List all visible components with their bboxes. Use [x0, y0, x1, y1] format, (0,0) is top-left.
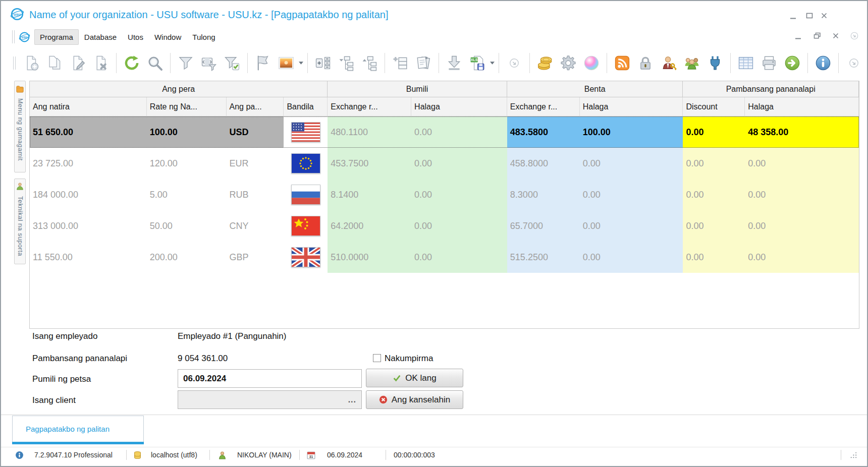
toolbar-separator — [307, 53, 308, 73]
toolbar-drag-handle-2[interactable] — [13, 56, 16, 70]
filter-confirm-icon[interactable] — [222, 51, 243, 75]
column-header[interactable]: Halaga — [745, 97, 859, 116]
image-preview-icon[interactable] — [276, 51, 297, 75]
client-input[interactable]: ... — [178, 390, 362, 409]
toolbar-drag-handle[interactable] — [12, 30, 15, 43]
confirmed-checkbox[interactable] — [373, 354, 381, 362]
tree-collapse-icon[interactable] — [359, 51, 380, 75]
cell-natira: 23 725.00 — [30, 148, 147, 179]
export-xls-dropdown-caret-icon[interactable] — [489, 62, 495, 65]
column-header[interactable]: Halaga — [411, 97, 507, 116]
cell-sell_rate: 515.2500 — [507, 242, 580, 273]
cancel-button[interactable]: Ang kanselahin — [366, 390, 463, 409]
more-actions-icon[interactable] — [504, 51, 525, 75]
plugin-connect-icon[interactable] — [704, 51, 726, 75]
color-theme-icon[interactable] — [581, 51, 602, 75]
menu-item-programa[interactable]: Programa — [34, 29, 79, 45]
column-group-header: Bumili — [328, 81, 507, 97]
user-permissions-icon[interactable] — [658, 51, 679, 75]
column-header[interactable]: Exchange r... — [507, 97, 580, 116]
sidebar-tab-user-menu[interactable]: Menu ng gumagamit — [14, 81, 26, 172]
status-separator — [299, 450, 300, 460]
column-header[interactable]: Halaga — [580, 97, 683, 116]
search-icon[interactable] — [144, 51, 166, 75]
host-text: localhost (utf8) — [151, 447, 197, 462]
cell-buy_rate: 453.7500 — [328, 148, 411, 179]
mdi-restore-icon[interactable] — [812, 31, 822, 40]
cash-coins-icon[interactable] — [534, 51, 556, 75]
flag-icon[interactable] — [252, 51, 274, 75]
tree-expand-icon[interactable] — [336, 51, 357, 75]
column-header[interactable]: Bandila — [284, 97, 328, 116]
close-button-icon[interactable] — [820, 11, 829, 20]
mdi-close-icon[interactable] — [831, 31, 840, 40]
cell-rate: 120.00 — [147, 148, 227, 179]
import-download-icon[interactable] — [444, 51, 465, 75]
tab-exchange-operation[interactable]: Pagpapatakbo ng palitan — [12, 416, 144, 442]
cell-natira: 184 000.00 — [30, 179, 147, 210]
lock-security-icon[interactable] — [635, 51, 656, 75]
filter-icon[interactable] — [175, 51, 196, 75]
table-grid-icon[interactable] — [735, 51, 756, 75]
new-document-icon[interactable] — [21, 51, 42, 75]
column-header[interactable]: Exchange r... — [328, 97, 411, 116]
version-text: 7.2.9047.10 Professional — [34, 447, 113, 462]
column-header[interactable]: Ang natira — [30, 97, 147, 116]
mdi-minimize-icon[interactable] — [794, 31, 803, 40]
cell-rate: 200.00 — [147, 242, 227, 273]
cell-buy_amount: 0.00 — [411, 116, 507, 148]
sidebar-tab-label: Teknikal na suporta — [17, 196, 24, 256]
cell-amount: 48 358.00 — [745, 116, 859, 148]
table-row-GBP[interactable]: 11 550.00200.00GBP510.00000.00515.25000.… — [30, 242, 859, 273]
info-about-icon[interactable] — [812, 51, 834, 75]
usu-menu-logo-icon: usu — [19, 31, 30, 43]
cell-amount: 0.00 — [745, 242, 859, 273]
table-row-USD[interactable]: 51 650.00100.00USD480.11000.00483.580010… — [30, 116, 859, 148]
person-tab-icon — [16, 182, 24, 193]
report-documents-icon[interactable] — [413, 51, 434, 75]
refresh-icon[interactable] — [121, 51, 142, 75]
menu-item-utos[interactable]: Utos — [122, 29, 149, 45]
table-row-CNY[interactable]: 313 000.0050.00CNY64.20000.0065.70000.00… — [30, 210, 859, 242]
minimize-button-icon[interactable] — [789, 11, 798, 20]
column-header[interactable]: Rate ng Na... — [147, 97, 227, 116]
mdi-collapse-icon[interactable] — [850, 31, 859, 40]
add-row-icon[interactable] — [390, 51, 411, 75]
info-status-icon — [15, 447, 24, 462]
date-combobox[interactable]: 06.09.2024 — [178, 369, 362, 388]
table-row-EUR[interactable]: 23 725.00120.00EUR453.75000.00458.80000.… — [30, 148, 859, 179]
cell-currency: GBP — [227, 242, 284, 273]
maximize-button-icon[interactable] — [805, 11, 814, 20]
export-xls-icon[interactable]: XLS — [467, 51, 488, 75]
flag-eu-icon — [284, 148, 328, 179]
cell-amount: 0.00 — [745, 148, 859, 179]
menu-item-tulong[interactable]: Tulong — [187, 29, 221, 45]
column-header[interactable]: Discount — [683, 97, 745, 116]
edit-document-icon[interactable] — [67, 51, 88, 75]
resize-grip[interactable] — [849, 447, 857, 462]
filter-panel-icon[interactable] — [198, 51, 220, 75]
client-browse-button[interactable]: ... — [348, 395, 356, 404]
copy-document-icon[interactable] — [44, 51, 65, 75]
toolbar-overflow-icon[interactable] — [843, 51, 864, 75]
menu-item-database[interactable]: Database — [79, 29, 122, 45]
sidebar-tab-tech-support[interactable]: Teknikal na suporta — [14, 179, 26, 264]
table-row-RUB[interactable]: 184 000.005.00RUB8.14000.008.30000.000.0… — [30, 179, 859, 210]
user-status-icon — [218, 447, 227, 462]
user-groups-icon[interactable] — [681, 51, 702, 75]
cell-sell_amount: 0.00 — [580, 210, 683, 242]
expand-rows-icon[interactable] — [312, 51, 334, 75]
rss-feed-icon[interactable] — [612, 51, 633, 75]
ok-button[interactable]: OK lang — [366, 369, 463, 387]
column-header[interactable]: Ang pa... — [227, 97, 284, 116]
cell-sell_rate: 65.7000 — [507, 210, 580, 242]
cell-discount: 0.00 — [683, 179, 745, 210]
delete-document-icon[interactable] — [90, 51, 112, 75]
settings-gear-icon[interactable] — [558, 51, 579, 75]
print-icon[interactable] — [758, 51, 780, 75]
database-status-icon — [133, 447, 142, 462]
main-toolbar: XLS — [1, 47, 867, 79]
go-next-icon[interactable] — [782, 51, 803, 75]
image-preview-dropdown-caret-icon[interactable] — [298, 62, 304, 65]
menu-item-window[interactable]: Window — [149, 29, 187, 45]
